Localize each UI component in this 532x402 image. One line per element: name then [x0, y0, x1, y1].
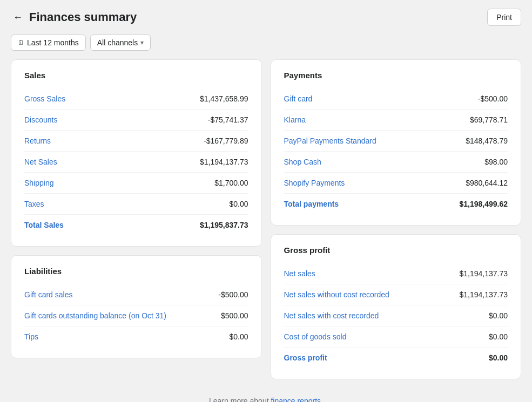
liabilities-card: Liabilities Gift card sales-$500.00Gift …: [11, 255, 262, 358]
row-value: $69,778.71: [470, 115, 508, 124]
table-row: PayPal Payments Standard$148,478.79: [284, 131, 508, 152]
row-label[interactable]: Tips: [24, 332, 38, 341]
sales-rows: Gross Sales$1,437,658.99Discounts-$75,74…: [24, 88, 248, 235]
left-column: Sales Gross Sales$1,437,658.99Discounts-…: [11, 59, 262, 379]
finance-reports-link[interactable]: finance reports: [271, 397, 321, 402]
main-grid: Sales Gross Sales$1,437,658.99Discounts-…: [0, 59, 532, 388]
row-label[interactable]: Klarna: [284, 115, 306, 124]
row-value: $98.00: [484, 158, 508, 166]
print-button[interactable]: Print: [487, 9, 521, 26]
row-label[interactable]: Gift card sales: [24, 290, 72, 299]
table-row: Total payments$1,198,499.62: [284, 194, 508, 214]
gross-profit-rows: Net sales$1,194,137.73Net sales without …: [284, 263, 508, 368]
row-label[interactable]: Net Sales: [24, 158, 57, 166]
row-value: $1,437,658.99: [200, 94, 248, 103]
table-row: Cost of goods sold$0.00: [284, 326, 508, 348]
footer-text-after: .: [321, 397, 323, 402]
table-row: Gross profit$0.00: [284, 348, 508, 368]
row-value: $1,194,137.73: [459, 269, 508, 278]
row-label[interactable]: Gross Sales: [24, 94, 65, 103]
table-row: Taxes$0.00: [24, 194, 248, 215]
table-row: Klarna$69,778.71: [284, 110, 508, 131]
page-title: Finances summary: [29, 10, 137, 24]
row-label[interactable]: Cost of goods sold: [284, 332, 347, 341]
date-range-label: Last 12 months: [27, 38, 79, 47]
row-label[interactable]: Shop Cash: [284, 158, 321, 166]
row-label[interactable]: Discounts: [24, 115, 57, 124]
table-row: Gift cards outstanding balance (on Oct 3…: [24, 305, 248, 326]
calendar-icon: 🗓: [18, 39, 24, 46]
row-value: $500.00: [221, 311, 248, 320]
footer-text-before: Learn more about: [209, 397, 271, 402]
chevron-down-icon: ▾: [140, 39, 144, 46]
row-value: $1,198,499.62: [459, 200, 508, 208]
channels-filter[interactable]: All channels ▾: [90, 35, 151, 51]
table-row: Discounts-$75,741.37: [24, 110, 248, 131]
footer: Learn more about finance reports.: [0, 388, 532, 402]
row-value: $980,644.12: [466, 179, 508, 187]
gross-profit-card: Gross profit Net sales$1,194,137.73Net s…: [271, 234, 522, 379]
back-button[interactable]: ←: [11, 11, 25, 24]
right-column: Payments Gift card-$500.00Klarna$69,778.…: [271, 59, 522, 379]
liabilities-card-title: Liabilities: [24, 267, 248, 276]
table-row: Gift card sales-$500.00: [24, 284, 248, 305]
table-row: Tips$0.00: [24, 326, 248, 347]
row-label[interactable]: Shipping: [24, 179, 54, 187]
table-row: Gift card-$500.00: [284, 88, 508, 110]
row-value: $1,194,137.73: [459, 290, 508, 299]
payments-rows: Gift card-$500.00Klarna$69,778.71PayPal …: [284, 88, 508, 214]
table-row: Net sales with cost recorded$0.00: [284, 305, 508, 326]
liabilities-rows: Gift card sales-$500.00Gift cards outsta…: [24, 284, 248, 347]
row-value: $148,478.79: [466, 137, 508, 145]
table-row: Net sales$1,194,137.73: [284, 263, 508, 284]
row-label[interactable]: Shopify Payments: [284, 179, 345, 187]
row-label[interactable]: PayPal Payments Standard: [284, 137, 376, 145]
row-label[interactable]: Total payments: [284, 200, 339, 208]
channels-label: All channels: [97, 38, 138, 47]
page-header: ← Finances summary Print: [0, 0, 532, 30]
sales-card: Sales Gross Sales$1,437,658.99Discounts-…: [11, 59, 262, 247]
row-value: $1,700.00: [214, 179, 248, 187]
table-row: Net sales without cost recorded$1,194,13…: [284, 284, 508, 305]
row-value: $0.00: [229, 332, 248, 341]
date-range-filter[interactable]: 🗓 Last 12 months: [11, 35, 86, 51]
row-label[interactable]: Total Sales: [24, 221, 64, 229]
table-row: Net Sales$1,194,137.73: [24, 152, 248, 173]
row-label[interactable]: Taxes: [24, 200, 44, 208]
row-value: -$75,741.37: [208, 115, 248, 124]
row-label[interactable]: Net sales: [284, 269, 315, 278]
row-value: $0.00: [489, 353, 508, 362]
row-label[interactable]: Net sales without cost recorded: [284, 290, 389, 299]
table-row: Shipping$1,700.00: [24, 173, 248, 194]
table-row: Shop Cash$98.00: [284, 152, 508, 173]
gross-profit-card-title: Gross profit: [284, 246, 508, 255]
table-row: Gross Sales$1,437,658.99: [24, 88, 248, 110]
row-label[interactable]: Returns: [24, 137, 51, 145]
row-label[interactable]: Gift cards outstanding balance (on Oct 3…: [24, 311, 166, 320]
table-row: Shopify Payments$980,644.12: [284, 173, 508, 194]
row-label[interactable]: Net sales with cost recorded: [284, 311, 379, 320]
row-value: $0.00: [489, 332, 508, 341]
payments-card: Payments Gift card-$500.00Klarna$69,778.…: [271, 59, 522, 226]
payments-card-title: Payments: [284, 71, 508, 80]
row-value: $1,195,837.73: [200, 221, 248, 229]
filters-bar: 🗓 Last 12 months All channels ▾: [0, 30, 532, 59]
row-label[interactable]: Gross profit: [284, 353, 327, 362]
table-row: Returns-$167,779.89: [24, 131, 248, 152]
row-value: $0.00: [229, 200, 248, 208]
row-value: -$500.00: [218, 290, 248, 299]
row-value: -$500.00: [478, 94, 508, 103]
row-value: $1,194,137.73: [200, 158, 248, 166]
header-left: ← Finances summary: [11, 10, 137, 24]
sales-card-title: Sales: [24, 71, 248, 80]
row-value: $0.00: [489, 311, 508, 320]
table-row: Total Sales$1,195,837.73: [24, 215, 248, 235]
row-value: -$167,779.89: [204, 137, 248, 145]
row-label[interactable]: Gift card: [284, 94, 313, 103]
